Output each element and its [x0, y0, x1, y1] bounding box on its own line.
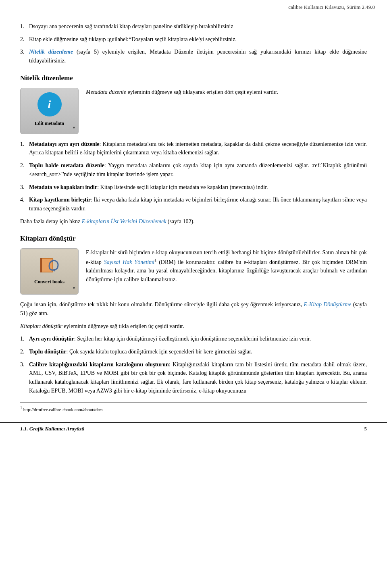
convert-item-2: 2. Toplu dönüştür: Çok sayıda kitabı top… [20, 347, 367, 356]
page-container: calibre Kullanıcı Kılavuzu, Sürüm 2.49.0… [0, 0, 387, 437]
convert-para3-italic: Kitapları dönüştür [20, 323, 62, 329]
intro-item-3-rest: (sayfa 5) eylemiyle erişilen, Metadata D… [29, 49, 367, 64]
nitelik-item-2-num: 2. [20, 161, 25, 170]
convert-item-2-colon: : [66, 349, 69, 355]
edit-metadata-desc-text: Metadata düzenle [86, 89, 126, 95]
info-icon: i [48, 99, 51, 110]
nitelik-item-4-num: 4. [20, 195, 25, 204]
nitelik-item-1-bold: Metadatayı ayrı ayrı düzenle [29, 141, 100, 147]
nitelik-item-2-bold: Toplu halde metadata düzenle [29, 162, 104, 168]
convert-books-btn-label: Convert books [34, 279, 64, 285]
intro-item-2-num: 2. [20, 35, 25, 44]
footnote-url: http://drmfree.calibre-ebook.com/about#d… [23, 407, 103, 412]
convert-item-3-colon: : [169, 362, 173, 368]
footnote-num: 1 [20, 405, 22, 410]
intro-item-1: 1. Dsoyayı ana pencerenin sağ tarafındak… [20, 22, 367, 31]
convert-books-button-img[interactable]: Convert books ▼ [20, 248, 79, 295]
intro-item-2: 2. Kitap ekle düğmesine sağ tıklayıp :gu… [20, 35, 367, 44]
nitelik-item-3-rest: Kitap listesinde seçili ktiaplar için me… [100, 184, 268, 190]
nitelik-heading: Nitelik düzenleme [20, 74, 367, 82]
page-footer: 1.1. Grafik Kullanıcı Arayüzü 5 [0, 422, 387, 437]
nitelik-item-3-num: 3. [20, 183, 25, 192]
convert-item-3-bold: Calibre kitaplığınızdaki kitapların kata… [29, 362, 169, 368]
nitelik-item-3-colon: : [97, 184, 100, 190]
edit-metadata-dropdown-arrow[interactable]: ▼ [72, 126, 76, 130]
edit-metadata-block: i Edit metadata ▼ Metadata düzenle eylem… [20, 88, 367, 134]
nitelik-more-detail-link[interactable]: E-kitapların Üst Verisini Düzenlemek [82, 218, 166, 224]
footer-right: 5 [364, 426, 367, 432]
intro-item-3-num: 3. [20, 48, 25, 56]
edit-metadata-desc: Metadata düzenle eyleminin düğmeye sağ t… [86, 88, 367, 97]
footnote-section: 1 http://drmfree.calibre-ebook.com/about… [20, 402, 367, 413]
intro-list: 1. Dsoyayı ana pencerenin sağ tarafındak… [20, 22, 367, 65]
convert-books-desc: E-kitaplar bir sürü biçimden e-kitap oku… [86, 248, 367, 284]
convert-books-button-inner: Convert books [21, 249, 78, 291]
main-content: 1. Dsoyayı ana pencerenin sağ tarafındak… [0, 14, 387, 437]
kitaplari-heading: Kitapları dönüştür [20, 235, 367, 243]
edit-metadata-button-inner: i Edit metadata [21, 88, 78, 131]
edit-metadata-button-img[interactable]: i Edit metadata ▼ [20, 88, 79, 134]
footnote-line: 1 http://drmfree.calibre-ebook.com/about… [20, 405, 367, 413]
edit-metadata-icon-circle: i [37, 92, 62, 116]
convert-books-block: Convert books ▼ E-kitaplar bir sürü biçi… [20, 248, 367, 295]
convert-item-3: 3. Calibre kitaplığınızdaki kitapların k… [20, 360, 367, 395]
svg-rect-2 [40, 258, 42, 272]
convert-item-1-num: 1. [20, 335, 25, 343]
convert-item-1: 1. Ayrı ayrı dönüştür: Seçilen her kitap… [20, 335, 367, 343]
convert-item-2-bold: Toplu dönüştür [29, 349, 66, 355]
convert-item-2-num: 2. [20, 347, 25, 356]
intro-item-3-link[interactable]: Nitelik düzenleme [29, 49, 73, 55]
nitelik-more-detail: Daha fazla detay için bknz E-kitapların … [20, 217, 367, 226]
intro-item-3: 3. Nitelik düzenleme (sayfa 5) eylemiyle… [20, 48, 367, 65]
drm-link[interactable]: Sayısal Hak Yönetimi [104, 259, 154, 265]
nitelik-item-4-bold: Kitap kayıtlarını birleştir [29, 197, 91, 203]
convert-para2: Çoğu insan için, dönüştürme tek tıklık b… [20, 300, 367, 318]
convert-para2-before: Çoğu insan için, dönüştürme tek tıklık b… [20, 301, 304, 308]
footer-left: 1.1. Grafik Kullanıcı Arayüzü [20, 426, 85, 432]
intro-item-2-text: Kitap ekle düğmesine sağ tıklayıp :guila… [29, 36, 237, 42]
ebook-convert-link[interactable]: E-Kitap Dönüştürme [304, 301, 352, 308]
nitelik-item-1-num: 1. [20, 140, 25, 149]
convert-books-icon [38, 255, 61, 276]
nitelik-item-2: 2. Toplu halde metadata düzenle: Yaygın … [20, 161, 367, 179]
convert-para3-rest: eyleminin düğmeye sağ tıkla erişilen üç … [62, 323, 184, 329]
nitelik-more-detail-after: (sayfa 102). [166, 218, 194, 224]
intro-item-1-num: 1. [20, 22, 25, 31]
header-title: calibre Kullanıcı Kılavuzu, Sürüm 2.49.0 [288, 4, 375, 10]
nitelik-item-1: 1. Metadatayı ayrı ayrı düzenle: Kitapla… [20, 140, 367, 157]
convert-list: 1. Ayrı ayrı dönüştür: Seçilen her kitap… [20, 335, 367, 395]
nitelik-list: 1. Metadatayı ayrı ayrı düzenle: Kitapla… [20, 140, 367, 213]
convert-para3: Kitapları dönüştür eyleminin düğmeye sağ… [20, 322, 367, 331]
nitelik-item-2-colon: : [104, 162, 108, 168]
nitelik-item-4: 4. Kitap kayıtlarını birleştir: İki veey… [20, 195, 367, 213]
nitelik-more-detail-text: Daha fazla detay için bknz [20, 218, 82, 224]
nitelik-item-3-bold: Metadata ve kapakları indir [29, 184, 97, 190]
convert-item-1-rest: Seçilen her kitap için dönüştürmeyi özel… [77, 336, 311, 342]
edit-metadata-desc-rest: eyleminin düğmeye sağ tıklayarak erişile… [126, 89, 278, 95]
intro-item-1-text: Dsoyayı ana pencerenin sağ tarafındaki k… [29, 23, 233, 29]
edit-metadata-btn-label: Edit metadata [35, 121, 64, 127]
nitelik-item-3: 3. Metadata ve kapakları indir: Kitap li… [20, 183, 367, 192]
convert-item-1-bold: Ayrı ayrı dönüştür [29, 336, 74, 342]
convert-books-dropdown-arrow[interactable]: ▼ [72, 286, 76, 290]
convert-item-2-rest: Çok sayıda kitabı topluca dönüştürmek iç… [69, 349, 252, 355]
convert-item-3-num: 3. [20, 360, 25, 369]
page-header: calibre Kullanıcı Kılavuzu, Sürüm 2.49.0 [0, 0, 387, 14]
